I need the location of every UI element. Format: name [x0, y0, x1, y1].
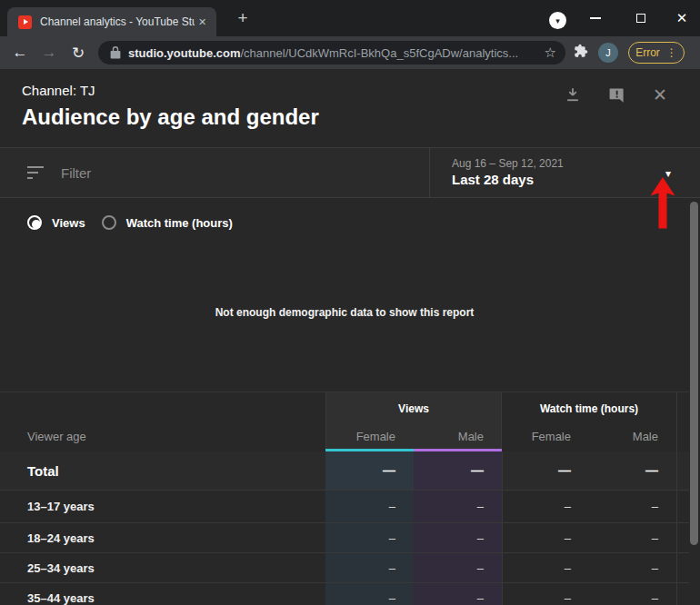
- address-bar[interactable]: studio.youtube.com/channel/UCdkWmRcI-Bkh…: [98, 41, 565, 64]
- cell-views-male: –: [414, 553, 502, 582]
- cell-views-male: –: [414, 491, 502, 522]
- url-host: studio.youtube.com: [128, 46, 241, 60]
- date-range-text: Aug 16 – Sep 12, 2021: [452, 157, 564, 170]
- modal-actions: ✕: [560, 82, 673, 107]
- cell-watch-female: –: [502, 553, 589, 582]
- cell-watch-female: –: [502, 523, 589, 552]
- metric-watch-time-radio[interactable]: Watch time (hours): [102, 215, 233, 230]
- modal-close-button[interactable]: ✕: [647, 82, 673, 107]
- new-tab-button[interactable]: +: [233, 9, 253, 29]
- column-header-watch-female: Female: [502, 430, 589, 443]
- date-preset-text: Last 28 days: [452, 172, 534, 187]
- filter-icon: [27, 166, 45, 179]
- analytics-modal: Channel: TJ Audience by age and gender ✕…: [0, 69, 700, 605]
- tab-close-icon[interactable]: ✕: [198, 16, 206, 28]
- table-row-total[interactable]: Total — — — —: [0, 451, 689, 491]
- tab-search-button[interactable]: ▾: [549, 12, 566, 29]
- cell-watch-female: —: [502, 451, 589, 490]
- page-title: Audience by age and gender: [22, 104, 319, 130]
- browser-titlebar: Channel analytics - YouTube Stud ✕ + ▾ ✕: [0, 0, 700, 36]
- table-header: Views Watch time (hours) Viewer age Fema…: [0, 392, 689, 451]
- row-label: Total: [0, 451, 325, 490]
- cell-watch-male: –: [589, 491, 676, 522]
- browser-toolbar: ← → ↻ studio.youtube.com/channel/UCdkWmR…: [0, 36, 700, 69]
- bookmark-star-icon[interactable]: ☆: [545, 45, 556, 61]
- cell-watch-male: –: [589, 583, 676, 605]
- browser-tab[interactable]: Channel analytics - YouTube Stud ✕: [7, 7, 216, 36]
- radio-selected-icon[interactable]: [27, 215, 42, 230]
- column-header-watch-male: Male: [589, 430, 676, 443]
- feedback-button[interactable]: [604, 82, 629, 107]
- column-header-viewer-age: Viewer age: [27, 430, 86, 443]
- lock-icon: [110, 46, 121, 59]
- row-spacer: [676, 583, 689, 605]
- metric-watch-time-label: Watch time (hours): [126, 216, 233, 230]
- download-button[interactable]: [560, 82, 585, 107]
- metric-views-radio[interactable]: Views: [27, 215, 85, 230]
- cell-watch-female: –: [502, 491, 589, 522]
- column-divider: [676, 392, 677, 452]
- column-header-views-male: Male: [414, 430, 502, 443]
- table-body: Total — — — — 13–17 years – – – – 18–24 …: [0, 451, 689, 605]
- window-maximize-button[interactable]: [627, 0, 655, 36]
- puzzle-icon: [574, 44, 588, 58]
- row-label: 13–17 years: [0, 491, 325, 522]
- url-path: /channel/UCdkWmRcI-BkhQa_s5fCgADw/analyt…: [241, 46, 519, 60]
- back-button[interactable]: ←: [5, 44, 35, 62]
- error-label: Error: [635, 46, 660, 59]
- vertical-scrollbar[interactable]: [690, 202, 698, 545]
- cell-views-female: —: [325, 451, 414, 490]
- profile-avatar[interactable]: J: [598, 43, 618, 63]
- row-spacer: [676, 523, 689, 552]
- table-row-13-17[interactable]: 13–17 years – – – –: [0, 491, 689, 523]
- kebab-menu-icon: ⋮: [666, 46, 677, 59]
- browser-error-menu[interactable]: Error ⋮: [628, 42, 685, 64]
- window-minimize-button[interactable]: [582, 0, 609, 36]
- filter-field[interactable]: [0, 148, 429, 197]
- radio-unselected-icon[interactable]: [102, 215, 116, 230]
- views-group-highlight: [325, 392, 502, 452]
- reload-button[interactable]: ↻: [64, 44, 93, 63]
- cell-views-male: –: [414, 523, 502, 552]
- row-label: 18–24 years: [0, 523, 325, 552]
- minimize-icon: [590, 17, 601, 19]
- table-row-35-44[interactable]: 35–44 years – – – –: [0, 583, 689, 605]
- feedback-icon: [608, 86, 625, 104]
- annotation-arrow-up: [649, 176, 676, 231]
- column-header-views-female: Female: [325, 430, 414, 443]
- url-text: studio.youtube.com/channel/UCdkWmRcI-Bkh…: [128, 46, 518, 60]
- cell-views-male: —: [414, 451, 502, 490]
- filter-bar: Aug 16 – Sep 12, 2021 Last 28 days ▾: [0, 147, 700, 198]
- channel-label: Channel: TJ: [22, 83, 95, 98]
- maximize-icon: [636, 14, 645, 23]
- column-group-watch-time: Watch time (hours): [502, 402, 676, 415]
- cell-watch-male: –: [589, 523, 676, 552]
- table-row-25-34[interactable]: 25–34 years – – – –: [0, 553, 689, 583]
- row-spacer: [676, 451, 689, 490]
- cell-watch-female: –: [502, 583, 589, 605]
- download-icon: [564, 85, 582, 104]
- forward-button[interactable]: →: [35, 44, 64, 62]
- row-label: 25–34 years: [0, 553, 325, 582]
- table-row-18-24[interactable]: 18–24 years – – – –: [0, 523, 689, 553]
- cell-views-female: –: [325, 491, 414, 522]
- empty-state-message: Not enough demographic data to show this…: [0, 303, 689, 322]
- cell-views-female: –: [325, 523, 414, 552]
- row-spacer: [676, 491, 689, 522]
- tab-title: Channel analytics - YouTube Stud: [40, 15, 195, 28]
- metric-toggle-group: Views Watch time (hours): [27, 207, 233, 238]
- row-spacer: [676, 553, 689, 582]
- cell-watch-male: –: [589, 553, 676, 582]
- cell-views-female: –: [325, 583, 414, 605]
- youtube-favicon-icon: [18, 15, 32, 29]
- metric-views-label: Views: [52, 216, 85, 230]
- cell-views-male: –: [414, 583, 502, 605]
- extensions-button[interactable]: [565, 44, 596, 62]
- cell-watch-male: —: [589, 451, 676, 490]
- row-label: 35–44 years: [0, 583, 325, 605]
- column-group-views: Views: [325, 402, 502, 415]
- window-close-button[interactable]: ✕: [668, 0, 695, 36]
- cell-views-female: –: [325, 553, 414, 582]
- filter-input[interactable]: [61, 165, 388, 181]
